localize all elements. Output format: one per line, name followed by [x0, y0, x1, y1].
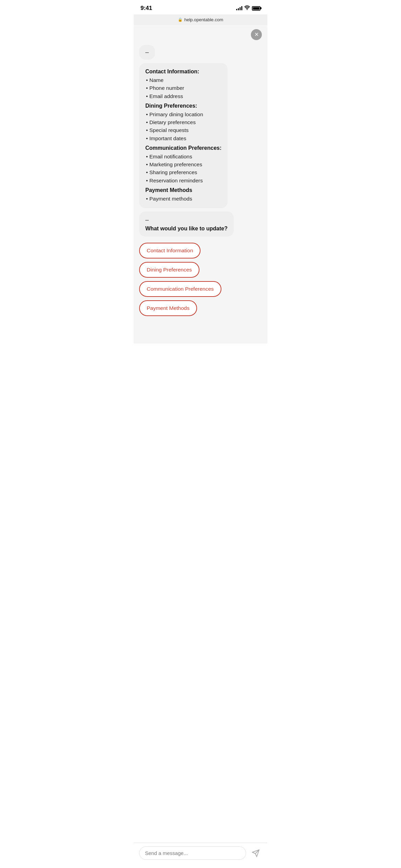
- bullet-sharing: Sharing preferences: [145, 168, 221, 176]
- quick-reply-communication[interactable]: Communication Preferences: [139, 281, 221, 297]
- status-bar: 9:41: [134, 0, 267, 14]
- quick-reply-contact[interactable]: Contact Information: [139, 243, 200, 258]
- dining-title: Dining Preferences:: [145, 103, 221, 109]
- bullet-dietary: Dietary preferences: [145, 118, 221, 126]
- contact-section: Contact Information: Name Phone number E…: [145, 69, 221, 100]
- communication-title: Communication Preferences:: [145, 145, 221, 151]
- chat-container: ✕ – Contact Information: Name Phone numb…: [134, 25, 267, 343]
- bullet-name: Name: [145, 76, 221, 84]
- wifi-icon: [244, 5, 250, 11]
- close-button[interactable]: ✕: [251, 29, 262, 40]
- lock-icon: 🔒: [178, 17, 183, 22]
- bullet-email: Email address: [145, 92, 221, 100]
- signal-icon: [236, 6, 242, 10]
- info-bubble: Contact Information: Name Phone number E…: [139, 63, 228, 208]
- bullet-payment: Payment methods: [145, 195, 221, 203]
- quick-reply-payment[interactable]: Payment Methods: [139, 300, 197, 316]
- url-bar: 🔒 help.opentable.com: [134, 14, 267, 25]
- url-text: help.opentable.com: [184, 17, 223, 22]
- quick-replies: Contact Information Dining Preferences C…: [139, 243, 262, 316]
- payment-section: Payment Methods Payment methods: [145, 187, 221, 203]
- dining-section: Dining Preferences: Primary dining locat…: [145, 103, 221, 142]
- status-icons: [236, 5, 260, 11]
- bullet-reminders: Reservation reminders: [145, 177, 221, 184]
- close-icon: ✕: [254, 32, 259, 37]
- question-text: What would you like to update?: [145, 226, 228, 232]
- bullet-dates: Important dates: [145, 134, 221, 142]
- partial-bubble-top: –: [139, 45, 155, 60]
- bullet-phone: Phone number: [145, 84, 221, 92]
- status-time: 9:41: [141, 5, 152, 12]
- communication-section: Communication Preferences: Email notific…: [145, 145, 221, 184]
- question-bubble: – What would you like to update?: [139, 212, 234, 237]
- question-dash: –: [145, 216, 228, 224]
- partial-dash: –: [145, 49, 149, 56]
- contact-title: Contact Information:: [145, 69, 221, 75]
- close-button-area: ✕: [139, 29, 262, 40]
- battery-icon: [252, 6, 260, 11]
- payment-title: Payment Methods: [145, 187, 221, 193]
- quick-reply-dining[interactable]: Dining Preferences: [139, 262, 199, 278]
- bullet-special: Special requests: [145, 126, 221, 134]
- bullet-dining-location: Primary dining location: [145, 110, 221, 118]
- bullet-email-notif: Email notifications: [145, 153, 221, 160]
- bullet-marketing: Marketing preferences: [145, 160, 221, 168]
